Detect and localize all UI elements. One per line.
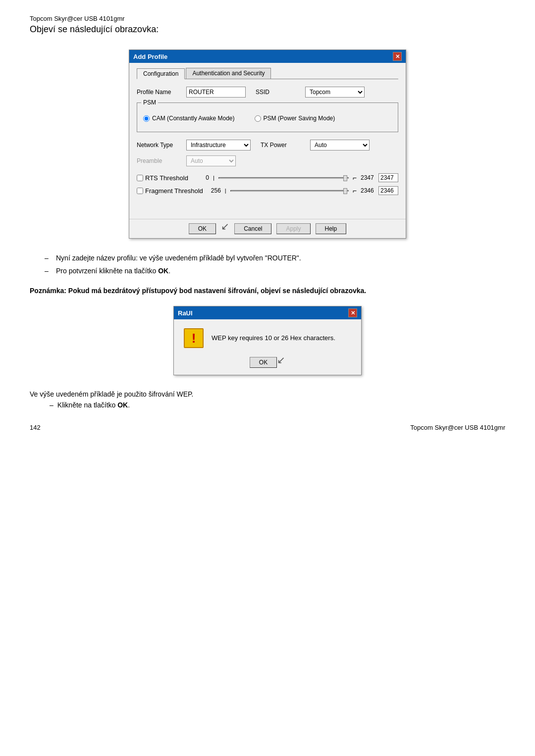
psm-radio-item: PSM (Power Saving Mode) [255, 115, 335, 122]
warning-icon: ! [184, 328, 204, 348]
raui-message: WEP key requires 10 or 26 Hex characters… [212, 334, 335, 343]
page-number: 142 [30, 424, 41, 431]
raui-close-button[interactable]: ✕ [348, 308, 357, 317]
bottom-bullet-text: Klikněte na tlačítko OK. [57, 401, 130, 409]
brand-header: Topcom Skyr@cer USB 4101gmr [30, 15, 505, 22]
cam-radio[interactable] [143, 115, 150, 122]
rts-checkbox-item: RTS Threshold [137, 174, 191, 182]
rts-tick-right: ⌐ [353, 174, 357, 182]
preamble-label: Preamble [137, 157, 186, 164]
raui-titlebar: RaUI ✕ [174, 306, 361, 319]
dialog-titlebar: Add Profile ✕ [129, 50, 406, 63]
cursor-ok: ↙ [221, 220, 229, 234]
fragment-slider[interactable] [230, 190, 349, 192]
bottom-dash: – [50, 401, 54, 409]
rts-min-value: 0 [194, 174, 209, 181]
fragment-input[interactable] [378, 186, 398, 195]
rts-checkbox[interactable] [137, 175, 143, 181]
raui-dialog: RaUI ✕ ! WEP key requires 10 or 26 Hex c… [173, 306, 362, 375]
fragment-tick-left: | [225, 188, 226, 194]
page-subtitle: Objeví se následující obrazovka: [30, 24, 505, 35]
dash-1: – [45, 253, 52, 263]
fragment-tick-right: ⌐ [353, 187, 357, 195]
psm-radio[interactable] [255, 115, 261, 122]
dialog-body: Configuration Authentication and Securit… [129, 63, 406, 219]
ssid-label: SSID [256, 89, 305, 96]
encryption-note: Poznámka: Pokud má bezdrátový přístupový… [30, 286, 505, 296]
rts-label: RTS Threshold [145, 174, 188, 182]
rts-input[interactable] [378, 173, 398, 182]
rts-slider[interactable] [218, 177, 349, 179]
profile-name-row: Profile Name SSID Topcom [137, 87, 398, 98]
psm-label: PSM (Power Saving Mode) [264, 115, 335, 122]
footer-brand: Topcom Skyr@cer USB 4101gmr [410, 424, 505, 431]
instruction-list: – Nyní zadejte název profilu: ve výše uv… [45, 253, 505, 276]
help-button[interactable]: Help [316, 223, 347, 234]
fragment-label: Fragment Threshold [145, 187, 203, 195]
page-footer: 142 Topcom Skyr@cer USB 4101gmr [30, 424, 505, 431]
close-button[interactable]: ✕ [393, 52, 402, 61]
bottom-bullet-item: – Klikněte na tlačítko OK. [50, 401, 505, 409]
cam-label: CAM (Constantly Awake Mode) [152, 115, 235, 122]
dialog-button-bar: OK ↙ Cancel Apply Help [129, 219, 406, 238]
preamble-row: Preamble Auto [137, 155, 398, 166]
rts-max-value: 2347 [361, 174, 375, 181]
tab-bar: Configuration Authentication and Securit… [137, 68, 398, 79]
dialog-title: Add Profile [133, 53, 167, 60]
ssid-select[interactable]: Topcom [305, 87, 365, 98]
tx-power-select[interactable]: Auto [310, 140, 370, 151]
psm-radio-row: CAM (Constantly Awake Mode) PSM (Power S… [143, 111, 392, 126]
tx-power-label: TX Power [261, 142, 310, 149]
fragment-threshold-row: Fragment Threshold 256 | ⌐ 2346 [137, 186, 398, 195]
bullet-text-2: Pro potvrzení klikněte na tlačítko OK. [56, 266, 170, 276]
apply-button[interactable]: Apply [276, 223, 310, 234]
rts-tick-left: | [213, 175, 214, 181]
preamble-select: Auto [186, 155, 236, 166]
rts-threshold-row: RTS Threshold 0 | ⌐ 2347 [137, 173, 398, 182]
bottom-text: Ve výše uvedeném příkladě je použito šif… [30, 390, 505, 398]
tab-configuration[interactable]: Configuration [137, 68, 185, 79]
fragment-checkbox[interactable] [137, 188, 143, 194]
add-profile-dialog: Add Profile ✕ Configuration Authenticati… [129, 50, 406, 239]
network-type-row: Network Type Infrastructure TX Power Aut… [137, 140, 398, 151]
psm-group: PSM CAM (Constantly Awake Mode) PSM (Pow… [137, 102, 398, 132]
fragment-max-value: 2346 [361, 187, 375, 194]
bullet-item-1: – Nyní zadejte název profilu: ve výše uv… [45, 253, 505, 263]
profile-name-input[interactable] [186, 87, 246, 98]
fragment-checkbox-item: Fragment Threshold [137, 187, 203, 195]
psm-group-label: PSM [141, 99, 158, 106]
raui-button-bar: OK ↙ [174, 357, 361, 375]
bullet-text-1: Nyní zadejte název profilu: ve výše uved… [56, 253, 301, 263]
tab-authentication-security[interactable]: Authentication and Security [186, 68, 271, 79]
bullet-item-2: – Pro potvrzení klikněte na tlačítko OK. [45, 266, 505, 276]
profile-name-label: Profile Name [137, 89, 186, 96]
network-type-select[interactable]: Infrastructure [186, 140, 251, 151]
fragment-min-value: 256 [206, 187, 221, 194]
cam-radio-item: CAM (Constantly Awake Mode) [143, 115, 235, 122]
ok-button[interactable]: OK [189, 223, 216, 234]
cancel-button[interactable]: Cancel [234, 223, 271, 234]
dash-2: – [45, 266, 52, 276]
cursor-raui-ok: ↙ [277, 354, 285, 368]
network-type-label: Network Type [137, 142, 186, 149]
raui-ok-button[interactable]: OK [250, 357, 277, 368]
raui-title: RaUI [178, 309, 193, 317]
raui-content: ! WEP key requires 10 or 26 Hex characte… [174, 319, 361, 357]
